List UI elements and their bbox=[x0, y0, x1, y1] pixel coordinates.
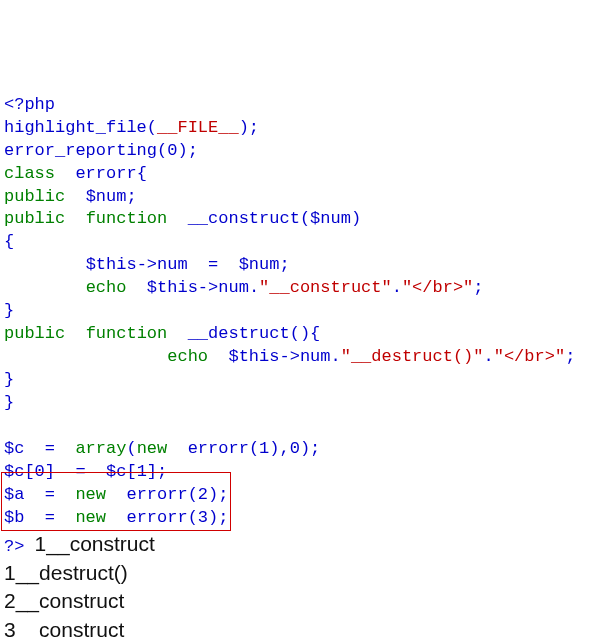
kw-public: public bbox=[4, 209, 65, 228]
str: "</br>" bbox=[402, 278, 473, 297]
num: 0 bbox=[290, 439, 300, 458]
pun: ) bbox=[351, 209, 361, 228]
php-open-tag: <?php bbox=[4, 95, 55, 114]
prop-ref: num bbox=[157, 255, 188, 274]
pun: ); bbox=[208, 485, 228, 504]
pun: ; bbox=[126, 187, 136, 206]
pun: = bbox=[45, 485, 55, 504]
pun: ( bbox=[188, 508, 198, 527]
fn-error-reporting: error_reporting bbox=[4, 141, 157, 160]
pun: . bbox=[249, 278, 259, 297]
num: 0 bbox=[35, 462, 45, 481]
pun: ); bbox=[208, 508, 228, 527]
pun: [ bbox=[24, 462, 34, 481]
pun: ( bbox=[188, 485, 198, 504]
kw-array: array bbox=[75, 439, 126, 458]
kw-new: new bbox=[137, 439, 168, 458]
pun: } bbox=[4, 393, 14, 412]
num: 1 bbox=[137, 462, 147, 481]
pun: -> bbox=[137, 255, 157, 274]
var-a: $a bbox=[4, 485, 24, 504]
pun: (){ bbox=[290, 324, 321, 343]
var-c: $c bbox=[106, 462, 126, 481]
pun: ; bbox=[565, 347, 575, 366]
pun: ] bbox=[45, 462, 55, 481]
kw-new: new bbox=[75, 508, 106, 527]
kw-echo: echo bbox=[86, 278, 127, 297]
kw-public: public bbox=[4, 187, 65, 206]
var-c: $c bbox=[4, 462, 24, 481]
pun: ( bbox=[126, 439, 136, 458]
pun: { bbox=[4, 232, 14, 251]
prop-num: $num bbox=[86, 187, 127, 206]
num: 0 bbox=[167, 141, 177, 160]
pun: [ bbox=[126, 462, 136, 481]
pun: ); bbox=[239, 118, 259, 137]
pun: . bbox=[392, 278, 402, 297]
fn-highlight-file: highlight_file bbox=[4, 118, 147, 137]
class-ref: errorr bbox=[126, 485, 187, 504]
output-line: 1__destruct() bbox=[4, 561, 128, 584]
pun: ]; bbox=[147, 462, 167, 481]
kw-function: function bbox=[86, 324, 168, 343]
pun: ( bbox=[249, 439, 259, 458]
pun: } bbox=[4, 301, 14, 320]
output-line: 3__construct bbox=[4, 618, 124, 639]
pun: . bbox=[484, 347, 494, 366]
pun: -> bbox=[279, 347, 299, 366]
num: 2 bbox=[198, 485, 208, 504]
var-b: $b bbox=[4, 508, 24, 527]
kw-echo: echo bbox=[167, 347, 208, 366]
kw-public: public bbox=[4, 324, 65, 343]
str: "__destruct()" bbox=[341, 347, 484, 366]
pun: { bbox=[137, 164, 147, 183]
this: $this bbox=[147, 278, 198, 297]
code-block: <?php highlight_file(__FILE__); error_re… bbox=[4, 94, 606, 639]
pun: ( bbox=[157, 141, 167, 160]
kw-function: function bbox=[86, 209, 168, 228]
php-close-tag: ?> bbox=[4, 537, 24, 556]
pun: ( bbox=[300, 209, 310, 228]
param-num: $num bbox=[310, 209, 351, 228]
output-line: 1__construct bbox=[35, 532, 155, 555]
output-line: 2__construct bbox=[4, 589, 124, 612]
class-ref: errorr bbox=[188, 439, 249, 458]
prop-ref: num bbox=[300, 347, 331, 366]
str: "__construct" bbox=[259, 278, 392, 297]
this: $this bbox=[86, 255, 137, 274]
pun: } bbox=[4, 370, 14, 389]
num: 3 bbox=[198, 508, 208, 527]
pun: ), bbox=[269, 439, 289, 458]
rhs-num: $num bbox=[239, 255, 280, 274]
pun: = bbox=[208, 255, 218, 274]
pun: = bbox=[75, 462, 85, 481]
this: $this bbox=[228, 347, 279, 366]
str: "</br>" bbox=[494, 347, 565, 366]
num: 1 bbox=[259, 439, 269, 458]
pun: = bbox=[45, 508, 55, 527]
kw-new: new bbox=[75, 485, 106, 504]
magic-file: __FILE__ bbox=[157, 118, 239, 137]
pun: ); bbox=[177, 141, 197, 160]
class-ref: errorr bbox=[126, 508, 187, 527]
fn-destruct: __destruct bbox=[188, 324, 290, 343]
prop-ref: num bbox=[218, 278, 249, 297]
pun: ( bbox=[147, 118, 157, 137]
pun: = bbox=[45, 439, 55, 458]
fn-construct: __construct bbox=[188, 209, 300, 228]
pun: . bbox=[330, 347, 340, 366]
pun: ; bbox=[473, 278, 483, 297]
pun: -> bbox=[198, 278, 218, 297]
var-c: $c bbox=[4, 439, 24, 458]
class-name: errorr bbox=[75, 164, 136, 183]
pun: ; bbox=[279, 255, 289, 274]
kw-class: class bbox=[4, 164, 55, 183]
pun: ); bbox=[300, 439, 320, 458]
